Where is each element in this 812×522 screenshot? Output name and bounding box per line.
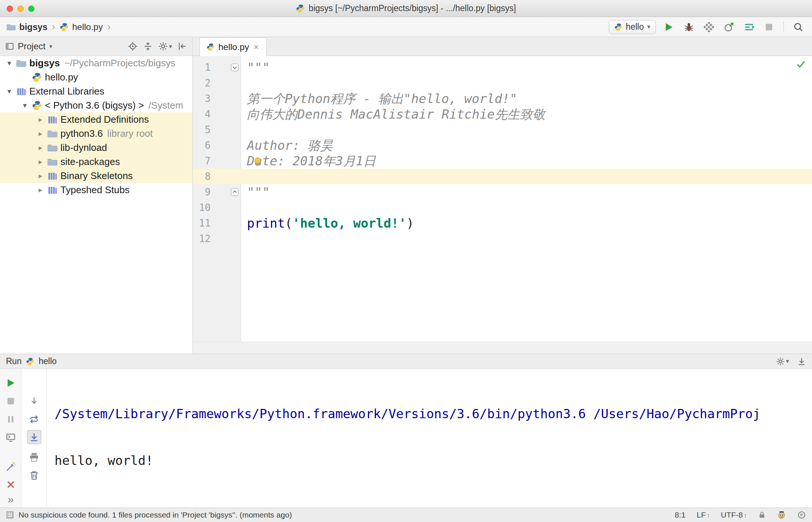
tree-item-site-packages[interactable]: ▸ site-packages xyxy=(0,155,192,169)
dock-panel-icon[interactable] xyxy=(797,357,806,366)
chevron-right-icon[interactable]: ▸ xyxy=(35,115,46,124)
tree-item-external-libraries[interactable]: ▾ External Libraries xyxy=(0,84,192,98)
inspections-profile-icon[interactable] xyxy=(777,511,786,519)
tree-item-label: Typeshed Stubs xyxy=(60,184,129,196)
navigation-bar: bigsys › hello.py › hello ▾ xyxy=(0,17,812,37)
run-panel-settings-button[interactable]: ▾ xyxy=(776,357,789,366)
pause-output-button[interactable] xyxy=(6,414,16,424)
code-line[interactable]: 4 向伟大的Dennis MacAlistair Ritchie先生致敬 xyxy=(193,106,812,122)
run-panel-title[interactable]: Run xyxy=(6,356,22,366)
close-tab-button[interactable] xyxy=(6,479,16,490)
inspections-ok-icon[interactable] xyxy=(796,59,806,69)
profiler-button[interactable] xyxy=(722,20,736,34)
zoom-window-button[interactable] xyxy=(28,6,34,12)
pycharm-window: bigsys [~/PycharmProjects/bigsys] - .../… xyxy=(0,0,812,522)
caret-position-widget[interactable]: 8:1 xyxy=(675,511,686,519)
search-everywhere-button[interactable] xyxy=(791,20,805,34)
fold-region-start-icon[interactable] xyxy=(230,63,240,72)
hide-panel-icon[interactable] xyxy=(178,42,187,51)
code-line[interactable]: 10 xyxy=(193,200,812,215)
tree-item-extended-definitions[interactable]: ▸ Extended Definitions xyxy=(0,112,192,126)
chevron-right-icon[interactable]: ▸ xyxy=(35,129,46,138)
tree-item-label: python3.6 xyxy=(60,128,103,139)
locate-file-icon[interactable] xyxy=(128,42,138,51)
lock-icon[interactable] xyxy=(758,511,766,519)
folder-icon xyxy=(47,143,57,153)
project-panel-title[interactable]: Project xyxy=(18,41,46,52)
tree-item-note: library root xyxy=(107,128,153,139)
chevron-down-icon[interactable]: ▾ xyxy=(4,87,15,96)
tree-item-hello-py[interactable]: hello.py xyxy=(0,70,192,84)
run-console-output[interactable]: /System/Library/Frameworks/Python.framew… xyxy=(55,375,812,508)
editor-horizontal-scrollbar[interactable] xyxy=(193,342,812,354)
code-line[interactable]: 6 Author: 骆昊 xyxy=(193,138,812,153)
chevron-down-icon[interactable]: ▾ xyxy=(49,43,53,50)
code-editor[interactable]: 1 """ 2 3 第一个Python程序 - 输出"hello, world!… xyxy=(193,56,812,342)
code-line[interactable]: 11 print('hello, world!') xyxy=(193,215,812,231)
run-configuration-label: hello xyxy=(626,22,644,32)
code-line[interactable]: 5 xyxy=(193,122,812,138)
stop-button[interactable] xyxy=(762,20,776,34)
line-separator-widget[interactable]: LF↕ xyxy=(697,511,710,519)
event-log-icon[interactable] xyxy=(797,511,806,519)
code-line[interactable]: 3 第一个Python程序 - 输出"hello, world!" xyxy=(193,91,812,106)
folder-icon xyxy=(16,58,26,68)
attach-debugger-icon[interactable] xyxy=(6,462,16,472)
chevron-down-icon[interactable]: ▾ xyxy=(19,101,30,110)
tree-item-bigsys[interactable]: ▾ bigsys ~/PycharmProjects/bigsys xyxy=(0,56,192,70)
print-button[interactable] xyxy=(29,452,39,462)
run-toolbar-secondary xyxy=(22,369,47,508)
scroll-down-icon[interactable] xyxy=(29,396,39,406)
run-button[interactable] xyxy=(662,20,676,34)
code-line[interactable]: 9 """ xyxy=(193,184,812,200)
chevron-right-icon[interactable]: ▸ xyxy=(35,171,46,180)
show-console-button[interactable] xyxy=(6,432,16,443)
code-line-current[interactable]: 8 xyxy=(193,169,812,184)
tree-item-python-interpreter[interactable]: ▾ < Python 3.6 (bigsys) > /System xyxy=(0,98,192,112)
breadcrumb-project[interactable]: bigsys xyxy=(19,22,47,32)
scroll-to-end-button[interactable] xyxy=(27,430,41,444)
close-window-button[interactable] xyxy=(7,6,13,12)
encoding-widget[interactable]: UTF-8↕ xyxy=(721,511,747,519)
rerun-button[interactable] xyxy=(6,378,16,388)
panel-settings-button[interactable]: ▾ xyxy=(158,42,172,51)
code-line[interactable]: 1 """ xyxy=(193,60,812,75)
run-with-coverage-button[interactable] xyxy=(702,20,716,34)
tree-item-python36-root[interactable]: ▸ python3.6 library root xyxy=(0,126,192,141)
tab-hello-py[interactable]: hello.py xyxy=(199,37,267,56)
line-number: 8 xyxy=(193,169,216,184)
chevron-down-icon[interactable]: ▾ xyxy=(4,59,15,67)
tree-item-typeshed-stubs[interactable]: ▸ Typeshed Stubs xyxy=(0,183,192,197)
chevron-right-icon[interactable]: ▸ xyxy=(35,157,46,166)
tree-item-binary-skeletons[interactable]: ▸ Binary Skeletons xyxy=(0,169,192,183)
title-bar: bigsys [~/PycharmProjects/bigsys] - .../… xyxy=(0,0,812,17)
toolwindow-grid-icon[interactable] xyxy=(6,511,14,519)
close-icon[interactable] xyxy=(253,44,260,50)
restore-layout-button[interactable] xyxy=(29,414,39,424)
tree-item-lib-dynload[interactable]: ▸ lib-dynload xyxy=(0,141,192,155)
code-line[interactable]: 2 xyxy=(193,75,812,91)
window-title: bigsys [~/PycharmProjects/bigsys] - .../… xyxy=(308,3,516,13)
clear-all-button[interactable] xyxy=(29,470,39,480)
stop-button[interactable] xyxy=(6,396,16,406)
run-configuration-select[interactable]: hello ▾ xyxy=(609,20,656,34)
run-toolbar-primary: » xyxy=(0,369,22,508)
fold-region-end-icon[interactable] xyxy=(230,187,240,197)
intention-bulb-icon[interactable] xyxy=(252,156,263,167)
minimize-window-button[interactable] xyxy=(17,6,24,12)
line-number: 1 xyxy=(193,60,216,75)
line-number: 5 xyxy=(193,122,216,138)
breadcrumb-file[interactable]: hello.py xyxy=(72,22,103,32)
concurrency-diagram-button[interactable] xyxy=(742,20,756,34)
more-actions-button[interactable]: » xyxy=(7,494,14,505)
debug-button[interactable] xyxy=(682,20,696,34)
window-controls xyxy=(7,0,34,17)
chevron-right-icon[interactable]: ▸ xyxy=(35,143,46,152)
code-line[interactable]: 7 Date: 2018年3月1日 xyxy=(193,153,812,169)
collapse-all-icon[interactable] xyxy=(143,42,153,51)
code-line[interactable]: 12 xyxy=(193,231,812,247)
console-line: /System/Library/Frameworks/Python.framew… xyxy=(55,406,812,422)
line-number: 7 xyxy=(193,153,216,169)
project-tree: ▾ bigsys ~/PycharmProjects/bigsys hello.… xyxy=(0,56,192,197)
chevron-right-icon[interactable]: ▸ xyxy=(35,185,46,194)
